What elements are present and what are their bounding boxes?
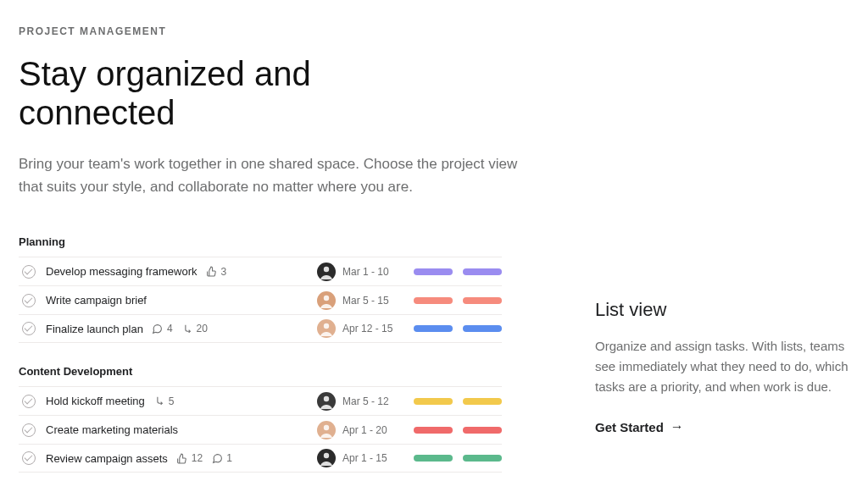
timeline-pill — [463, 297, 502, 304]
task-row[interactable]: Write campaign briefMar 5 - 15 — [19, 285, 502, 314]
assignee-avatar[interactable] — [317, 263, 336, 281]
assignee-avatar[interactable] — [317, 421, 336, 439]
assignee-avatar[interactable] — [317, 291, 336, 310]
subtasks-count: 20 — [197, 323, 208, 334]
likes-meta: 12 — [176, 452, 203, 464]
timeline-pills — [414, 427, 502, 434]
timeline-pill — [414, 325, 453, 332]
complete-check-icon[interactable] — [22, 294, 36, 307]
likes-count: 12 — [192, 452, 203, 464]
timeline-pills — [414, 325, 502, 332]
timeline-pill — [414, 297, 453, 304]
timeline-pill — [463, 427, 502, 434]
assignee-avatar[interactable] — [317, 392, 336, 411]
svg-point-3 — [324, 296, 329, 301]
task-row[interactable]: Develop messaging framework3Mar 1 - 10 — [19, 257, 502, 285]
timeline-pill — [463, 455, 502, 462]
subtasks-meta: 5 — [153, 395, 175, 407]
task-date-range: Apr 1 - 15 — [342, 452, 410, 464]
task-date-range: Apr 1 - 20 — [342, 424, 410, 436]
feature-title: List view — [595, 299, 849, 321]
assignee-avatar[interactable] — [317, 319, 336, 338]
likes-count: 3 — [220, 266, 226, 278]
complete-check-icon[interactable] — [22, 423, 36, 437]
task-name: Create marketing materials — [46, 423, 178, 436]
subcopy: Bring your team's work together in one s… — [19, 152, 527, 198]
section-title: Content Development — [19, 365, 502, 378]
task-section: PlanningDevelop messaging framework3Mar … — [19, 235, 502, 343]
task-row[interactable]: Create marketing materialsApr 1 - 20 — [19, 415, 502, 444]
timeline-pills — [414, 398, 502, 405]
complete-check-icon[interactable] — [22, 395, 36, 408]
likes-meta: 3 — [205, 266, 226, 278]
task-date-range: Mar 5 - 12 — [342, 395, 410, 407]
comment-icon — [152, 323, 164, 334]
task-list-panel: PlanningDevelop messaging framework3Mar … — [19, 235, 502, 492]
assignee-avatar[interactable] — [317, 449, 336, 467]
task-row[interactable]: Hold kickoff meeting5Mar 5 - 12 — [19, 386, 502, 415]
svg-point-11 — [324, 453, 329, 458]
timeline-pill — [463, 398, 502, 405]
timeline-pills — [414, 297, 502, 304]
timeline-pill — [414, 455, 453, 462]
feature-body: Organize and assign tasks. With lists, t… — [595, 336, 849, 397]
comments-count: 1 — [226, 452, 232, 464]
comments-meta: 4 — [152, 323, 173, 334]
complete-check-icon[interactable] — [22, 265, 36, 279]
svg-point-7 — [324, 396, 329, 401]
complete-check-icon[interactable] — [22, 322, 36, 335]
subtasks-meta: 20 — [181, 323, 208, 334]
task-name: Finalize launch plan — [46, 323, 143, 335]
task-name: Review campaign assets — [46, 452, 168, 465]
task-name: Develop messaging framework — [46, 265, 197, 278]
feature-description-panel: List view Organize and assign tasks. Wit… — [595, 235, 849, 492]
comment-icon — [211, 452, 223, 464]
timeline-pill — [463, 268, 502, 275]
timeline-pill — [463, 325, 502, 332]
comments-count: 4 — [167, 323, 173, 334]
task-section: Content DevelopmentHold kickoff meeting5… — [19, 365, 502, 473]
section-title: Planning — [19, 235, 502, 248]
timeline-pills — [414, 455, 502, 462]
thumbs-up-icon — [205, 266, 217, 278]
task-date-range: Mar 1 - 10 — [342, 266, 410, 278]
timeline-pill — [414, 268, 453, 275]
task-name: Write campaign brief — [46, 294, 147, 307]
task-date-range: Mar 5 - 15 — [342, 295, 410, 307]
arrow-right-icon: → — [670, 419, 684, 434]
svg-point-9 — [324, 425, 329, 430]
task-name: Hold kickoff meeting — [46, 395, 145, 407]
headline: Stay organized and connected — [19, 54, 459, 132]
svg-point-1 — [324, 267, 329, 272]
timeline-pill — [414, 398, 453, 405]
eyebrow: PROJECT MANAGEMENT — [19, 25, 849, 37]
task-row[interactable]: Review campaign assets121Apr 1 - 15 — [19, 444, 502, 473]
cta-label: Get Started — [595, 420, 664, 434]
subtasks-count: 5 — [169, 395, 175, 407]
timeline-pills — [414, 268, 502, 275]
task-date-range: Apr 12 - 15 — [342, 323, 410, 334]
comments-meta: 1 — [211, 452, 232, 464]
subtask-icon — [153, 395, 165, 407]
complete-check-icon[interactable] — [22, 451, 36, 465]
timeline-pill — [414, 427, 453, 434]
svg-point-5 — [324, 323, 329, 329]
thumbs-up-icon — [176, 452, 188, 464]
get-started-link[interactable]: Get Started → — [595, 419, 684, 434]
task-row[interactable]: Finalize launch plan420Apr 12 - 15 — [19, 314, 502, 343]
subtask-icon — [181, 323, 193, 334]
